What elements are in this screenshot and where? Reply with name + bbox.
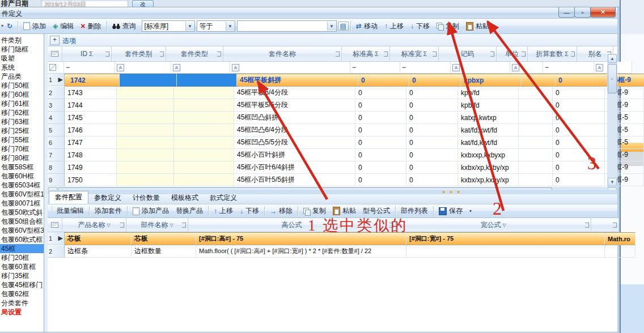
- sidebar-item[interactable]: 包覆60欧式框: [0, 235, 44, 244]
- sidebar-item[interactable]: 移门20框: [0, 253, 44, 262]
- sidebar-item[interactable]: 移门62框: [0, 108, 44, 117]
- table-row[interactable]: 8174945框小百叶6/4斜拼00kxbx/xp,kxby/xp045框-9: [48, 161, 644, 174]
- delete-button[interactable]: ×删除: [77, 20, 104, 32]
- column-header[interactable]: 标准宽Σ: [390, 46, 439, 62]
- column-header[interactable]: 折算套数Σ: [528, 46, 577, 62]
- add-button[interactable]: 添加: [20, 20, 49, 32]
- column-header[interactable]: 套件类别: [112, 46, 166, 62]
- column-header[interactable]: 部件名称▽: [126, 218, 188, 232]
- sidebar-item[interactable]: 产品类: [0, 72, 44, 81]
- sidebar-item[interactable]: 包覆60直框: [0, 262, 44, 271]
- copy-button[interactable]: 复制: [433, 20, 463, 32]
- minimize-button[interactable]: —: [558, 7, 575, 18]
- filter-operator-combo[interactable]: 等于▼: [197, 20, 235, 32]
- scroll-down-icon[interactable]: ▼: [608, 178, 617, 186]
- pin-icon[interactable]: [490, 52, 494, 57]
- filter-cell[interactable]: −: [64, 62, 115, 74]
- options-tab[interactable]: 选项: [62, 36, 76, 46]
- column-header[interactable]: 记码: [439, 46, 497, 62]
- filter-icon[interactable]: ▽: [107, 223, 110, 228]
- pin-icon[interactable]: [613, 223, 617, 228]
- filter-value-combo[interactable]: ▼: [237, 20, 337, 32]
- column-header[interactable]: 单位: [497, 46, 528, 62]
- query-button[interactable]: 查询: [109, 20, 139, 32]
- detail-tab[interactable]: 款式定义: [204, 192, 243, 204]
- refresh-button[interactable]: ↻: [3, 22, 16, 31]
- clear-filter-icon[interactable]: [49, 64, 56, 71]
- pin-icon[interactable]: [336, 52, 340, 57]
- filter-cell[interactable]: −: [400, 62, 451, 74]
- filter-cell[interactable]: A: [451, 62, 510, 74]
- filter-cell[interactable]: A: [171, 62, 230, 74]
- table-row[interactable]: 3174445框平板5/5分段00kpb/fd045框-9: [48, 99, 644, 112]
- column-header[interactable]: 产品名称▽: [62, 218, 126, 232]
- filter-cell[interactable]: −: [350, 62, 400, 74]
- sidebar-item[interactable]: 件类别: [0, 36, 44, 45]
- table-row[interactable]: 2边框条边框数量Math.floor( ( [#洞口:高#] + [#洞口:宽#…: [48, 245, 635, 258]
- row-selector-header[interactable]: [48, 46, 62, 62]
- sidebar-item[interactable]: 包覆60H框: [0, 172, 44, 181]
- table-row[interactable]: 6174745框凹凸5/5分段00kat/fd,kwt/fd045框-5: [48, 136, 644, 149]
- filter-field-combo[interactable]: [标准厚]▼: [142, 20, 195, 32]
- sidebar-item[interactable]: 45框: [0, 244, 44, 253]
- table-row[interactable]: 9175045框小百叶5/5斜拼00kxbx/xp,kxby/xp045框-9: [48, 174, 644, 186]
- column-header[interactable]: IDΣ: [62, 46, 112, 62]
- scroll-up-icon[interactable]: ▲: [608, 54, 617, 63]
- table-row[interactable]: 2174345框平板6/4分段00kpb/fd045框-9: [48, 87, 644, 99]
- sidebar-item[interactable]: 包覆62框: [0, 289, 44, 298]
- sidebar-item[interactable]: 包覆50欧式斜: [0, 208, 44, 217]
- vscroll-thumb[interactable]: ≡: [608, 64, 617, 93]
- detail-tab[interactable]: 参数定义: [88, 192, 127, 204]
- sidebar-item[interactable]: 移门70框: [0, 144, 44, 153]
- detail-copy-button[interactable]: 复制: [300, 205, 329, 217]
- pin-icon[interactable]: [571, 52, 575, 57]
- sidebar-item[interactable]: 移门25框: [0, 126, 44, 135]
- pin-icon[interactable]: [160, 52, 164, 57]
- detail-tab[interactable]: 套件配置: [49, 191, 88, 204]
- save-button[interactable]: 保存: [435, 205, 466, 217]
- sidebar-item[interactable]: 局设置: [0, 308, 44, 317]
- sidebar-item[interactable]: 移门35框: [0, 271, 44, 280]
- sidebar-item[interactable]: 包覆50组合框: [0, 217, 44, 226]
- sidebar-item[interactable]: 移门61框: [0, 99, 44, 108]
- remove-button[interactable]: →移除: [266, 205, 296, 217]
- filter-cell[interactable]: −: [543, 62, 594, 74]
- column-header[interactable]: 套件类型: [166, 46, 223, 62]
- sidebar-item[interactable]: 包覆65034框: [0, 181, 44, 190]
- paste-button[interactable]: 粘贴: [463, 20, 493, 32]
- toolbar-overflow-icon[interactable]: ▾: [469, 209, 472, 214]
- sidebar-item[interactable]: 吸塑: [0, 54, 44, 63]
- sidebar-item[interactable]: 移门80框: [0, 153, 44, 163]
- add-suite-button[interactable]: 添加套件: [91, 205, 125, 217]
- move-button[interactable]: ⇄移动: [353, 20, 381, 32]
- column-header[interactable]: 套件名称: [223, 46, 342, 62]
- sidebar-item[interactable]: 移门50框: [0, 81, 44, 90]
- sidebar-item[interactable]: 移门55框: [0, 135, 44, 144]
- sidebar-item[interactable]: 系统: [0, 63, 44, 72]
- detail-move-down-button[interactable]: ↓下移: [236, 205, 262, 217]
- filter-icon[interactable]: ▽: [502, 223, 506, 228]
- filter-cell[interactable]: A: [115, 62, 171, 74]
- expand-plus-button[interactable]: +: [50, 36, 60, 45]
- batch-edit-button[interactable]: 批量编辑: [53, 205, 87, 217]
- sidebar-item[interactable]: 包覆60V型框3: [0, 226, 44, 235]
- table-row[interactable]: 1▶芯板芯板[#洞口:高#] - 75[#洞口:宽#] - 75Math.ro: [48, 232, 635, 245]
- filter-cell[interactable]: A: [510, 62, 543, 74]
- sidebar-item[interactable]: 移门60框: [0, 90, 44, 99]
- pin-icon[interactable]: [384, 52, 388, 57]
- column-header[interactable]: 高公式: [188, 218, 396, 232]
- filter-cell[interactable]: A: [230, 62, 350, 74]
- pin-icon[interactable]: [182, 223, 186, 228]
- column-header[interactable]: 宽公式▽: [396, 218, 591, 232]
- schedule-date-input[interactable]: 2019/12月03日: [41, 0, 128, 7]
- pin-icon[interactable]: [522, 52, 526, 57]
- detail-paste-button[interactable]: 粘贴: [329, 205, 359, 217]
- sidebar-item[interactable]: 包覆58S框: [0, 163, 44, 172]
- model-formula-button[interactable]: 型号公式: [359, 205, 393, 217]
- maximize-button[interactable]: ▫: [574, 7, 591, 18]
- sidebar-item[interactable]: 移门63框: [0, 117, 44, 126]
- pin-icon[interactable]: [585, 223, 589, 228]
- column-header[interactable]: 标准高Σ: [342, 46, 390, 62]
- move-down-button[interactable]: ↓下移: [407, 20, 433, 32]
- table-row[interactable]: 7174845框小百叶斜拼00kxbxxp,kxbyxp045框-9: [48, 149, 644, 161]
